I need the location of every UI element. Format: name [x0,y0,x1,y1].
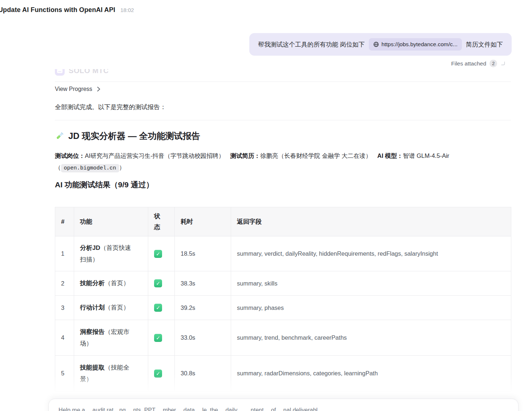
row-time: 39.2s [175,296,231,320]
agent-row: SOLO MTC [55,69,109,78]
row-feature: 技能提取（技能全景） [74,356,148,391]
files-attached-label: Files attached [451,60,487,67]
row-fields: summary, skills [231,271,511,296]
test-results-table: # 功能 状态 耗时 返回字段 1 分析JD（首页快速扫描） ✓ 18.5s s… [55,207,511,391]
row-time: 18.5s [175,236,231,271]
check-pass-icon: ✓ [154,304,162,312]
row-num: 2 [55,271,74,296]
model-url-code: open.bigmodel.cn [61,164,119,172]
row-feature: 行动计划（首页） [74,296,148,320]
col-header-num: # [55,207,74,236]
col-header-time: 耗时 [175,207,231,236]
test-tube-icon [55,131,64,141]
row-time: 38.3s [175,271,231,296]
row-feature: 洞察报告（宏观市场） [74,320,148,356]
paren-open: （ [55,164,61,171]
table-header-row: # 功能 状态 耗时 返回字段 [55,207,511,236]
meta-value-position: AI研究与产品运营实习生-抖音（字节跳动校园招聘） [85,152,225,159]
message-composer[interactable]: Help me a… audit rat…ng …nts, PPT …mber…… [48,399,519,411]
report-title-text: JD 现实分析器 — 全功能测试报告 [68,130,200,142]
job-link-pill[interactable]: https://jobs.bytedance.com/c... [369,38,462,51]
table-row: 2 技能分析（首页） ✓ 38.3s summary, skills [55,271,511,296]
col-header-feature: 功能 [74,207,148,236]
row-num: 1 [55,236,74,271]
user-message-text-before: 帮我测试这个工具的所有功能 岗位如下 [258,40,365,49]
meta-label-model: AI 模型： [377,152,403,159]
files-attached-toggle[interactable]: Files attached 2 [451,60,505,67]
chat-title: Update AI Functions with OpenAI API [0,6,115,14]
divider [55,81,511,82]
meta-value-resume: 徐鹏亮（长春财经学院 金融学 大二在读） [260,152,371,159]
check-pass-icon: ✓ [154,334,162,342]
col-header-fields: 返回字段 [231,207,511,236]
row-time: 30.8s [175,356,231,391]
row-status: ✓ [148,356,175,391]
meta-value-model: 智谱 GLM-4.5-Air [403,152,449,159]
user-message-text-after: 简历文件如下 [466,40,503,49]
row-feature: 分析JD（首页快速扫描） [74,236,148,271]
collapse-corner-icon [500,61,505,66]
table-row: 3 行动计划（首页） ✓ 39.2s summary, phases [55,296,511,320]
agent-name: SOLO MTC [69,69,109,75]
table-row: 4 洞察报告（宏观市场） ✓ 33.0s summary, trend, ben… [55,320,511,356]
divider [55,120,511,120]
row-status: ✓ [148,320,175,356]
meta-label-position: 测试岗位： [55,152,85,159]
row-num: 4 [55,320,74,356]
chat-timestamp: 18:02 [120,7,134,13]
row-fields: summary, phases [231,296,511,320]
check-pass-icon: ✓ [154,370,162,378]
row-num: 3 [55,296,74,320]
meta-label-resume: 测试简历： [230,152,261,159]
check-pass-icon: ✓ [154,279,162,287]
check-pass-icon: ✓ [154,250,162,258]
col-header-status: 状态 [148,207,175,236]
report-intro-text: 全部测试完成。以下是完整的测试报告： [55,103,166,111]
solo-mtc-avatar-icon [55,69,65,76]
globe-icon [373,41,379,47]
user-message-bubble: 帮我测试这个工具的所有功能 岗位如下 https://jobs.bytedanc… [249,33,512,56]
row-feature: 技能分析（首页） [74,271,148,296]
job-link-text: https://jobs.bytedance.com/c... [382,41,458,48]
view-progress-link[interactable]: View Progress [55,86,100,92]
row-fields: summary, verdict, dailyReality, hiddenRe… [231,236,511,271]
row-status: ✓ [148,236,175,271]
chat-header: Update AI Functions with OpenAI API 18:0… [0,6,134,14]
table-row: 1 分析JD（首页快速扫描） ✓ 18.5s summary, verdict,… [55,236,511,271]
row-status: ✓ [148,271,175,296]
files-attached-count-badge: 2 [489,60,497,67]
row-fields: summary, trend, benchmark, careerPaths [231,320,511,356]
section-heading: AI 功能测试结果（9/9 通过） [55,180,154,190]
row-time: 33.0s [175,320,231,356]
report-meta: 测试岗位：AI研究与产品运营实习生-抖音（字节跳动校园招聘）测试简历：徐鹏亮（长… [55,150,513,174]
view-progress-label: View Progress [55,86,92,92]
row-fields: summary, radarDimensions, categories, le… [231,356,511,391]
row-status: ✓ [148,296,175,320]
chevron-right-icon [97,87,100,92]
paren-close: ） [119,164,125,171]
row-num: 5 [55,356,74,391]
table-row: 5 技能提取（技能全景） ✓ 30.8s summary, radarDimen… [55,356,511,391]
composer-draft-text: Help me a… audit rat…ng …nts, PPT …mber…… [59,407,508,411]
report-title: JD 现实分析器 — 全功能测试报告 [55,130,200,142]
